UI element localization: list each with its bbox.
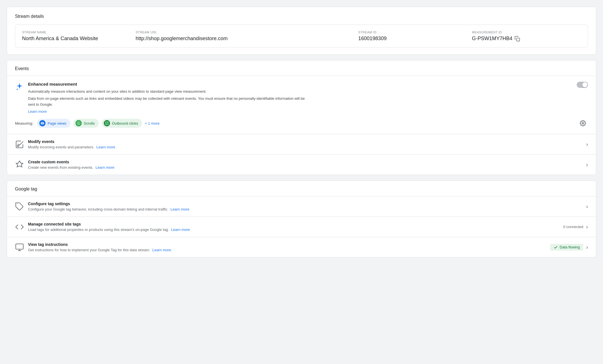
stream-details-title: Stream details — [15, 14, 588, 19]
manage-connected-tags-right: 0 connected › — [563, 224, 588, 230]
stream-id-value: 1600198309 — [358, 36, 468, 42]
chip-scrolls[interactable]: Scrolls — [73, 119, 99, 128]
events-card: Events Enhanced measurement Automaticall… — [7, 60, 596, 175]
configure-tag-settings-left: Configure tag settings Configure your Go… — [15, 201, 189, 211]
modify-events-row[interactable]: Modify events Modify incoming events and… — [7, 134, 596, 154]
enhanced-measurement-text: Enhanced measurement Automatically measu… — [28, 82, 311, 114]
stream-url-value: http://shop.googlemerchandisestore.com — [136, 36, 354, 42]
modify-events-text: Modify events Modify incoming events and… — [28, 139, 115, 149]
page-views-chip-icon — [39, 120, 46, 126]
stream-name-label: STREAM NAME — [22, 31, 131, 34]
enhanced-header-left: Enhanced measurement Automatically measu… — [15, 82, 311, 114]
stream-info-grid: STREAM NAME North America & Canada Websi… — [15, 25, 588, 47]
measuring-row: Measuring: Page views Scrolls — [15, 118, 588, 128]
stream-name-field: STREAM NAME North America & Canada Websi… — [22, 31, 131, 42]
measuring-settings-button[interactable] — [578, 118, 588, 128]
view-tag-instructions-desc: Get instructions for how to implement yo… — [28, 248, 171, 252]
svg-point-2 — [17, 145, 19, 147]
configure-tag-right: › — [586, 203, 588, 210]
outbound-clicks-chip-icon — [104, 120, 110, 126]
manage-connected-site-tags-row[interactable]: Manage connected site tags Load tags for… — [7, 216, 596, 237]
configure-tag-settings-row[interactable]: Configure tag settings Configure your Go… — [7, 196, 596, 216]
manage-connected-site-tags-left: Manage connected site tags Load tags for… — [15, 222, 190, 232]
create-custom-events-row[interactable]: Create custom events Create new events f… — [7, 154, 596, 175]
toggle-container[interactable] — [577, 82, 588, 88]
google-tag-card: Google tag Configure tag settings Config… — [7, 181, 596, 257]
view-tag-instructions-title: View tag instructions — [28, 242, 171, 247]
enhanced-measurement-header: Enhanced measurement Automatically measu… — [15, 82, 588, 114]
modify-events-chevron: › — [586, 141, 588, 148]
stream-url-label: STREAM URL — [136, 31, 354, 34]
enhanced-measurement-toggle[interactable] — [577, 82, 588, 88]
manage-connected-tags-desc: Load tags for additional properties or p… — [28, 227, 190, 232]
modify-events-icon — [15, 140, 24, 149]
copy-icon[interactable] — [514, 36, 520, 42]
checkmark-icon — [554, 245, 558, 250]
modify-events-learn-more[interactable]: Learn more — [96, 145, 115, 149]
create-custom-events-icon — [15, 160, 24, 169]
configure-tag-icon — [15, 202, 24, 211]
connected-count: 0 connected — [563, 225, 583, 229]
outbound-clicks-chip-label: Outbound clicks — [112, 121, 138, 125]
create-custom-events-text: Create custom events Create new events f… — [28, 160, 114, 170]
scrolls-chip-label: Scrolls — [84, 121, 95, 125]
manage-connected-tags-chevron: › — [586, 224, 588, 230]
measurement-id-value: G-PSW1MY7HB4 — [472, 36, 512, 42]
configure-tag-chevron: › — [586, 203, 588, 210]
stream-name-value: North America & Canada Website — [22, 36, 131, 42]
chip-page-views[interactable]: Page views — [37, 119, 70, 128]
modify-events-title: Modify events — [28, 139, 115, 144]
configure-tag-title: Configure tag settings — [28, 201, 189, 206]
manage-connected-tags-icon — [15, 222, 24, 231]
configure-tag-text: Configure tag settings Configure your Go… — [28, 201, 189, 211]
view-tag-instructions-learn-more[interactable]: Learn more — [152, 248, 171, 252]
enhanced-learn-more-link[interactable]: Learn more — [28, 109, 47, 114]
modify-events-row-left: Modify events Modify incoming events and… — [15, 139, 115, 149]
svg-point-1 — [582, 123, 584, 124]
view-tag-instructions-text: View tag instructions Get instructions f… — [28, 242, 171, 252]
stream-id-label: STREAM ID — [358, 31, 468, 34]
google-tag-title: Google tag — [7, 181, 596, 196]
create-custom-events-desc: Create new events from existing events. … — [28, 165, 114, 170]
measurement-id-field: MEASUREMENT ID G-PSW1MY7HB4 — [472, 31, 581, 42]
gear-icon — [580, 120, 586, 126]
events-card-title: Events — [7, 60, 596, 76]
measuring-label: Measuring: — [15, 121, 33, 125]
configure-tag-learn-more[interactable]: Learn more — [171, 207, 189, 211]
scrolls-chip-icon — [76, 120, 82, 126]
modify-events-desc: Modify incoming events and parameters. L… — [28, 145, 115, 149]
view-tag-instructions-row[interactable]: View tag instructions Get instructions f… — [7, 237, 596, 257]
enhanced-measurement-desc1: Automatically measure interactions and c… — [28, 89, 311, 95]
manage-connected-tags-learn-more[interactable]: Learn more — [171, 227, 190, 232]
view-tag-instructions-chevron: › — [586, 244, 588, 250]
toggle-knob — [582, 82, 587, 87]
enhanced-measurement-title: Enhanced measurement — [28, 82, 311, 86]
view-tag-instructions-icon — [15, 243, 24, 252]
manage-connected-tags-text: Manage connected site tags Load tags for… — [28, 222, 190, 232]
create-custom-events-chevron: › — [586, 161, 588, 168]
stream-url-field: STREAM URL http://shop.googlemerchandise… — [136, 31, 354, 42]
enhanced-measurement-desc2: Data from on-page elements such as links… — [28, 96, 311, 108]
enhanced-measurement-section: Enhanced measurement Automatically measu… — [7, 76, 596, 134]
stream-details-card: Stream details STREAM NAME North America… — [7, 7, 596, 55]
svg-rect-4 — [16, 244, 23, 249]
view-tag-instructions-right: Data flowing › — [550, 244, 588, 251]
page-views-chip-label: Page views — [48, 121, 66, 125]
stream-id-field: STREAM ID 1600198309 — [358, 31, 468, 42]
create-custom-events-title: Create custom events — [28, 160, 114, 164]
sparkle-icon — [15, 82, 24, 91]
manage-connected-tags-title: Manage connected site tags — [28, 222, 190, 226]
configure-tag-desc: Configure your Google tag behavior, incl… — [28, 207, 189, 211]
plus-more-label[interactable]: + 1 more — [145, 121, 160, 125]
chip-outbound-clicks[interactable]: Outbound clicks — [102, 119, 142, 128]
create-custom-events-row-left: Create custom events Create new events f… — [15, 160, 114, 170]
view-tag-instructions-left: View tag instructions Get instructions f… — [15, 242, 171, 252]
create-custom-events-learn-more[interactable]: Learn more — [96, 165, 114, 170]
svg-rect-0 — [517, 38, 520, 41]
measurement-id-label: MEASUREMENT ID — [472, 31, 581, 34]
data-flowing-badge: Data flowing — [550, 244, 583, 251]
data-flowing-label: Data flowing — [560, 245, 580, 249]
